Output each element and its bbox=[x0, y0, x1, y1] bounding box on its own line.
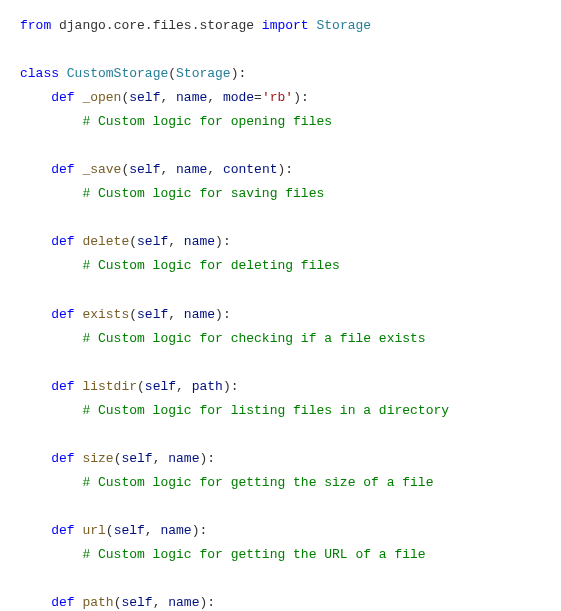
paren-close: ): bbox=[199, 595, 215, 610]
paren-close: ): bbox=[199, 451, 215, 466]
line-3: class CustomStorage(Storage): bbox=[20, 66, 246, 81]
base-class: Storage bbox=[176, 66, 231, 81]
line-10: def delete(self, name): bbox=[20, 234, 231, 249]
keyword-def: def bbox=[20, 451, 75, 466]
keyword-def: def bbox=[20, 379, 75, 394]
comment-save: # Custom logic for saving files bbox=[20, 186, 324, 201]
fn-url: url bbox=[75, 523, 106, 538]
param-name: name bbox=[176, 90, 207, 105]
param-content: content bbox=[223, 162, 278, 177]
class-storage: Storage bbox=[309, 18, 371, 33]
keyword-def: def bbox=[20, 307, 75, 322]
keyword-def: def bbox=[20, 234, 75, 249]
line-22: def url(self, name): bbox=[20, 523, 207, 538]
comment-open: # Custom logic for opening files bbox=[20, 114, 332, 129]
param-self: self bbox=[137, 307, 168, 322]
fn-save: _save bbox=[75, 162, 122, 177]
line-16: def listdir(self, path): bbox=[20, 379, 239, 394]
line-13: def exists(self, name): bbox=[20, 307, 231, 322]
comma: , bbox=[207, 90, 223, 105]
param-name: name bbox=[160, 523, 191, 538]
paren: ( bbox=[168, 66, 176, 81]
param-self: self bbox=[121, 595, 152, 610]
fn-size: size bbox=[75, 451, 114, 466]
keyword-import: import bbox=[262, 18, 309, 33]
keyword-def: def bbox=[20, 523, 75, 538]
line-4: def _open(self, name, mode='rb'): bbox=[20, 90, 309, 105]
paren-close: ): bbox=[278, 162, 294, 177]
param-self: self bbox=[121, 451, 152, 466]
comma: , bbox=[160, 90, 176, 105]
param-self: self bbox=[137, 234, 168, 249]
paren-close: ): bbox=[231, 66, 247, 81]
line-19: def size(self, name): bbox=[20, 451, 215, 466]
param-name: name bbox=[168, 595, 199, 610]
keyword-def: def bbox=[20, 90, 75, 105]
param-self: self bbox=[145, 379, 176, 394]
paren-close: ): bbox=[215, 234, 231, 249]
string-rb: 'rb' bbox=[262, 90, 293, 105]
equals: = bbox=[254, 90, 262, 105]
paren: ( bbox=[137, 379, 145, 394]
comma: , bbox=[145, 523, 161, 538]
comma: , bbox=[207, 162, 223, 177]
paren-close: ): bbox=[223, 379, 239, 394]
comma: , bbox=[168, 307, 184, 322]
paren-close: ): bbox=[215, 307, 231, 322]
fn-delete: delete bbox=[75, 234, 130, 249]
param-name: name bbox=[176, 162, 207, 177]
line-7: def _save(self, name, content): bbox=[20, 162, 293, 177]
param-self: self bbox=[129, 90, 160, 105]
line-25: def path(self, name): bbox=[20, 595, 215, 610]
comment-url: # Custom logic for getting the URL of a … bbox=[20, 547, 426, 562]
class-name: CustomStorage bbox=[59, 66, 168, 81]
module-path: django.core.files.storage bbox=[51, 18, 262, 33]
paren: ( bbox=[129, 307, 137, 322]
comma: , bbox=[168, 234, 184, 249]
comment-delete: # Custom logic for deleting files bbox=[20, 258, 340, 273]
param-self: self bbox=[114, 523, 145, 538]
keyword-def: def bbox=[20, 162, 75, 177]
comment-listdir: # Custom logic for listing files in a di… bbox=[20, 403, 449, 418]
paren-close: ): bbox=[293, 90, 309, 105]
comma: , bbox=[176, 379, 192, 394]
fn-open: _open bbox=[75, 90, 122, 105]
comment-exists: # Custom logic for checking if a file ex… bbox=[20, 331, 426, 346]
param-mode: mode bbox=[223, 90, 254, 105]
keyword-def: def bbox=[20, 595, 75, 610]
keyword-class: class bbox=[20, 66, 59, 81]
comma: , bbox=[160, 162, 176, 177]
param-path: path bbox=[192, 379, 223, 394]
comma: , bbox=[153, 595, 169, 610]
paren: ( bbox=[106, 523, 114, 538]
comment-size: # Custom logic for getting the size of a… bbox=[20, 475, 433, 490]
code-block: from django.core.files.storage import St… bbox=[0, 0, 561, 611]
comma: , bbox=[153, 451, 169, 466]
param-self: self bbox=[129, 162, 160, 177]
keyword-from: from bbox=[20, 18, 51, 33]
param-name: name bbox=[168, 451, 199, 466]
fn-path: path bbox=[75, 595, 114, 610]
paren-close: ): bbox=[192, 523, 208, 538]
fn-listdir: listdir bbox=[75, 379, 137, 394]
param-name: name bbox=[184, 307, 215, 322]
fn-exists: exists bbox=[75, 307, 130, 322]
paren: ( bbox=[129, 234, 137, 249]
param-name: name bbox=[184, 234, 215, 249]
line-1: from django.core.files.storage import St… bbox=[20, 18, 371, 33]
